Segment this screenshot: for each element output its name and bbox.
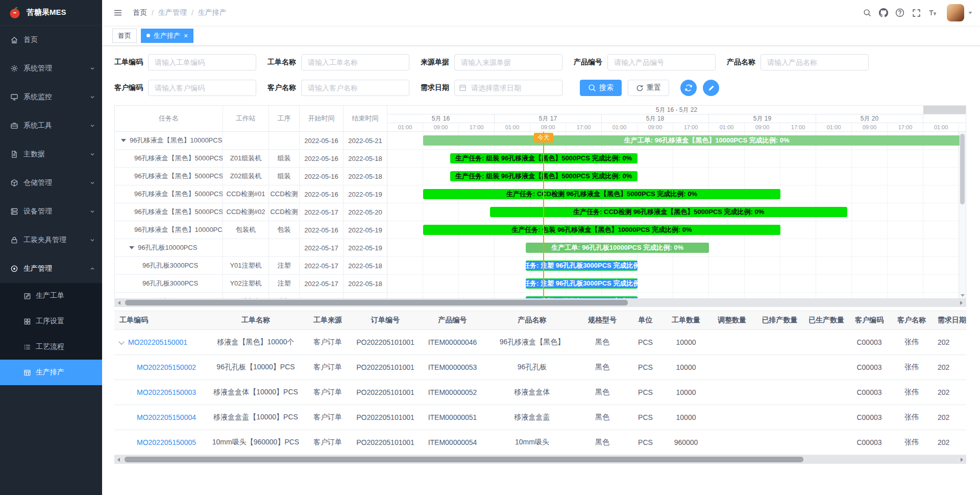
sidebar-item-toolbox[interactable]: 系统工具 (0, 111, 102, 140)
scroll-left-arrow-icon[interactable] (114, 455, 123, 464)
breadcrumb-item[interactable]: 生产管理 (158, 8, 187, 17)
gantt-task-row[interactable]: 96孔移液盒【黑色】10000PCS2022-05-162022-05-21 (115, 132, 387, 150)
gantt-task-row[interactable]: 96孔移液盒【黑色】5000PCSCCD检测#01CCD检测2022-05-16… (115, 185, 387, 203)
scrollbar-thumb[interactable] (125, 457, 803, 462)
avatar[interactable] (947, 4, 964, 21)
search-icon[interactable] (859, 4, 875, 21)
tab-close-icon[interactable]: × (184, 32, 188, 39)
order-link[interactable]: MO202205150002 (137, 363, 196, 371)
tab-scheduling[interactable]: 生产排产× (141, 29, 193, 43)
product-name-input[interactable] (761, 54, 869, 70)
gantt-task-row[interactable]: 96孔移液盒【黑色】5000PCSCCD检测#02CCD检测2022-05-17… (115, 203, 387, 221)
github-icon[interactable] (875, 4, 892, 21)
tab-home[interactable]: 首页 (112, 29, 137, 43)
order-link[interactable]: MO202205150004 (137, 413, 196, 421)
customer-name-input[interactable] (301, 80, 409, 96)
breadcrumb-item[interactable]: 首页 (133, 8, 147, 17)
sidebar-item-document[interactable]: 主数据 (0, 140, 102, 169)
orders-cell: MO202205150004 (114, 405, 209, 430)
table-row[interactable]: MO202205150004移液盒盒盖【10000】PCS客户订单PO20220… (114, 405, 966, 430)
sidebar-item-gear[interactable]: 系统管理 (0, 54, 102, 83)
scroll-down-arrow-icon[interactable] (961, 294, 965, 297)
sidebar-subitem-process-flow[interactable]: 工艺流程 (0, 334, 102, 360)
orders-cell: 10mm吸头 (487, 430, 577, 455)
sync-icon (684, 84, 693, 92)
gantt-task-row[interactable]: 96孔移液盒【黑色】5000PCSZ02组装机组装2022-05-162022-… (115, 168, 387, 185)
scroll-right-arrow-icon[interactable] (958, 455, 966, 464)
order-link[interactable]: MO202205150005 (137, 438, 196, 446)
product-code-input[interactable] (607, 54, 716, 70)
edit-button[interactable] (703, 80, 719, 96)
scrollbar-thumb[interactable] (960, 134, 965, 204)
orders-cell: ITEM00000051 (418, 405, 487, 430)
expand-chevron-icon[interactable] (118, 339, 124, 344)
source-doc-input[interactable] (454, 54, 562, 70)
gantt-horizontal-scrollbar[interactable] (115, 298, 966, 307)
sidebar-item-warehouse[interactable]: 仓储管理 (0, 169, 102, 197)
table-row[interactable]: MO20220515000510mm吸头【960000】PCS客户订单PO202… (114, 430, 966, 455)
work-order-code-input[interactable] (148, 54, 256, 70)
reset-button[interactable]: 重置 (628, 80, 669, 96)
task-cell: 2022-05-17 (300, 239, 344, 256)
gantt-bar[interactable]: 生产工单: 96孔移液盒【黑色】10000PCS 完成比例: 0% (423, 135, 960, 146)
gantt-task-row[interactable]: 96孔孔板3000PCSY02注塑机注塑2022-05-172022-05-18 (115, 275, 387, 293)
demand-date-input[interactable] (454, 80, 562, 96)
fullscreen-icon[interactable] (908, 4, 924, 21)
caret-down-icon[interactable] (968, 10, 973, 15)
orders-cell: 移液盒盒体【10000】PCS (209, 380, 303, 405)
search-button[interactable]: 搜索 (580, 80, 622, 96)
orders-col-header: 订单编号 (353, 311, 418, 330)
gantt-panel: 任务名工作站工序开始时间结束时间 96孔移液盒【黑色】10000PCS2022-… (114, 105, 966, 307)
scroll-left-arrow-icon[interactable] (115, 298, 124, 307)
hamburger-icon[interactable] (109, 5, 127, 20)
font-size-icon[interactable] (924, 4, 941, 21)
production-icon (10, 265, 18, 273)
sidebar-item-production[interactable]: 生产管理 (0, 254, 102, 283)
gantt-task-row[interactable]: 96孔移液盒【黑色】10000PCS包装机包装2022-05-162022-05… (115, 221, 387, 239)
gantt-task-row[interactable]: 96孔移液盒【黑色】5000PCSZ01组装机组装2022-05-162022-… (115, 150, 387, 168)
orders-horizontal-scrollbar[interactable] (114, 455, 966, 464)
gantt-vertical-scrollbar[interactable] (959, 132, 966, 298)
table-row[interactable]: MO202205150001移液盒【黑色】10000个客户订单PO2022051… (114, 330, 966, 355)
sidebar-item-label: 设备管理 (23, 207, 85, 216)
task-name: 96孔孔板3000PCS (142, 279, 198, 288)
orders-cell: 96孔移液盒【黑色】 (487, 330, 577, 355)
gantt-table-header: 任务名工作站工序开始时间结束时间 (115, 106, 387, 132)
order-link[interactable]: MO202205150003 (137, 388, 196, 396)
sidebar-subitem-work-order[interactable]: 生产工单 (0, 283, 102, 309)
scroll-right-arrow-icon[interactable] (957, 298, 966, 307)
gantt-task-row[interactable]: 96孔孔板3000PCSY01注塑机注塑2022-05-172022-05-18 (115, 257, 387, 275)
orders-cell: PO202205101001 (353, 405, 418, 430)
orders-col-header: 客户编码 (849, 311, 890, 330)
task-cell (269, 132, 300, 149)
work-order-name-input[interactable] (301, 54, 409, 70)
sidebar-subitem-process-settings[interactable]: 工序设置 (0, 309, 102, 334)
gantt-bar[interactable]: 生产工单: 96孔孔板10000PCS 完成比例: 0% (526, 243, 709, 253)
app-logo[interactable]: 苦糖果MES (0, 0, 102, 26)
sidebar-item-fixture[interactable]: 工装夹具管理 (0, 226, 102, 254)
gantt-bar[interactable]: 生产任务: 包装 96孔移液盒【黑色】10000PCS 完成比例: 0% (423, 225, 780, 235)
task-cell: 2022-05-17 (300, 275, 344, 292)
sync-button[interactable] (680, 80, 697, 96)
gantt-bar[interactable]: 生产任务: CCD检测 96孔移液盒【黑色】5000PCS 完成比例: 0% (423, 189, 780, 199)
sidebar-item-monitor[interactable]: 系统监控 (0, 83, 102, 111)
help-icon[interactable] (892, 4, 908, 21)
orders-cell (708, 380, 755, 405)
order-link[interactable]: MO202205150001 (128, 338, 187, 346)
sidebar-subitem-scheduling[interactable]: 生产排产 (0, 360, 102, 385)
sidebar-item-device[interactable]: 设备管理 (0, 197, 102, 226)
sidebar-item-home[interactable]: 首页 (0, 26, 102, 54)
filter-row-2: 客户编码客户名称需求日期 搜索重置 (114, 80, 968, 96)
table-row[interactable]: MO202205150003移液盒盒体【10000】PCS客户订单PO20220… (114, 380, 966, 405)
expand-triangle-icon[interactable] (121, 139, 126, 142)
chevron-down-icon (90, 95, 95, 100)
gantt-task-row[interactable]: 96孔孔板10000PCS2022-05-172022-05-19 (115, 239, 387, 257)
table-row[interactable]: MO20220515000296孔孔板【10000】PCS客户订单PO20220… (114, 355, 966, 380)
orders-col-header: 工单数量 (664, 311, 708, 330)
chevron-down-icon (90, 152, 95, 157)
sidebar-subitem-label: 工艺流程 (36, 342, 64, 351)
scrollbar-thumb[interactable] (125, 300, 628, 305)
customer-code-input[interactable] (148, 80, 256, 96)
expand-triangle-icon[interactable] (129, 246, 134, 249)
gantt-task-row[interactable]: 96孔孔板3000PCSY03注塑机注塑2022-05-172022-05-18 (115, 293, 387, 298)
